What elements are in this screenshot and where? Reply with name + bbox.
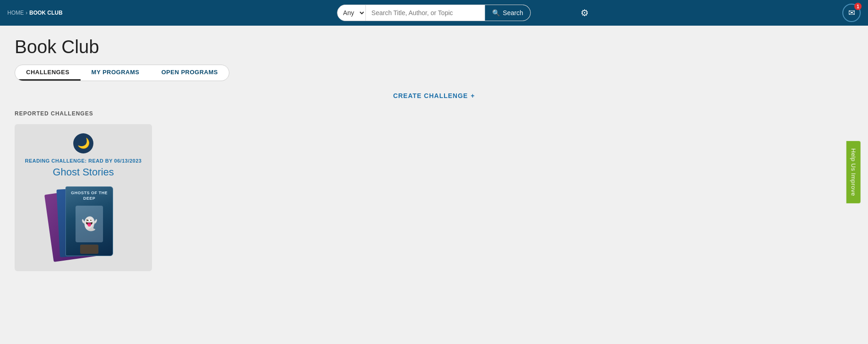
book-front: GHOSTS OF THE DEEP 👻: [65, 186, 113, 256]
tab-open-programs[interactable]: OPEN PROGRAMS: [151, 65, 229, 81]
book-wheel-decoration: [80, 245, 98, 254]
filter-button[interactable]: ⚙: [580, 7, 589, 18]
search-button[interactable]: 🔍 Search: [485, 5, 530, 21]
page-title: Book Club: [15, 37, 853, 57]
home-link[interactable]: HOME: [7, 10, 24, 16]
search-type-select[interactable]: Any: [337, 5, 366, 21]
card-avatar: 🌙: [73, 133, 93, 153]
tabs-bar: CHALLENGES MY PROGRAMS OPEN PROGRAMS: [15, 65, 229, 81]
book-figure: 👻: [76, 203, 103, 245]
create-challenge-label: CREATE CHALLENGE: [393, 92, 468, 99]
create-challenge-row: CREATE CHALLENGE +: [15, 92, 853, 99]
search-bar: Any 🔍 Search: [337, 5, 531, 21]
main-content: Book Club CHALLENGES MY PROGRAMS OPEN PR…: [0, 26, 868, 344]
breadcrumb-current: BOOK CLUB: [29, 10, 63, 16]
card-subtitle: READING CHALLENGE: READ BY 06/13/2023: [25, 158, 142, 164]
figure-shape: 👻: [76, 206, 103, 242]
ghost-figure-icon: 👻: [81, 216, 98, 231]
breadcrumb: HOME › BOOK CLUB: [7, 10, 63, 16]
tab-my-programs[interactable]: MY PROGRAMS: [81, 65, 151, 81]
mail-badge: 1: [854, 3, 862, 10]
tab-challenges[interactable]: CHALLENGES: [15, 65, 81, 81]
challenge-card[interactable]: 🌙 READING CHALLENGE: READ BY 06/13/2023 …: [15, 124, 152, 271]
header: HOME › BOOK CLUB Any 🔍 Search ⚙ ✉ 1: [0, 0, 868, 26]
create-challenge-icon: +: [471, 92, 475, 99]
breadcrumb-separator: ›: [26, 10, 27, 16]
mail-icon: ✉: [848, 8, 855, 18]
card-title: Ghost Stories: [53, 166, 114, 178]
header-right: ✉ 1: [842, 4, 861, 22]
filter-icon: ⚙: [580, 7, 589, 18]
book-front-title: GHOSTS OF THE DEEP: [69, 191, 110, 201]
book-stack: GHOSTS OF THE DEEP 👻: [54, 186, 113, 262]
search-input[interactable]: [366, 5, 485, 21]
search-icon: 🔍: [492, 9, 500, 16]
help-us-improve-button[interactable]: Help Us Improve: [846, 141, 860, 203]
reported-challenges-section: REPORTED CHALLENGES 🌙 READING CHALLENGE:…: [15, 110, 853, 271]
mail-button[interactable]: ✉ 1: [842, 4, 861, 22]
avatar-icon: 🌙: [77, 137, 90, 149]
section-label: REPORTED CHALLENGES: [15, 110, 853, 117]
create-challenge-button[interactable]: CREATE CHALLENGE +: [393, 92, 475, 99]
